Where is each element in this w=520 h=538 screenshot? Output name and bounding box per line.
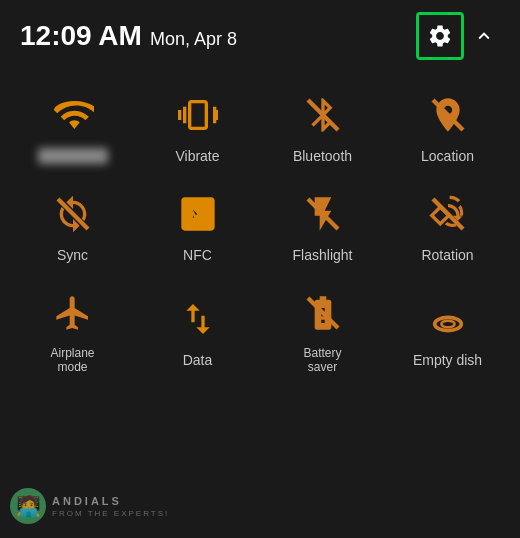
wifi-label-blurred (38, 148, 108, 164)
vibrate-label: Vibrate (175, 148, 219, 165)
svg-text:N: N (186, 202, 202, 227)
watermark: 🧑‍💻 ANDIALS FROM THE EXPERTS! (0, 488, 520, 538)
bluetooth-icon (298, 90, 348, 140)
quick-tiles-grid: Vibrate Bluetooth Location (0, 68, 520, 386)
header-actions (416, 12, 500, 60)
rotation-icon (423, 189, 473, 239)
data-label: Data (183, 352, 213, 369)
tile-flashlight[interactable]: Flashlight (260, 177, 385, 276)
airplane-icon (48, 288, 98, 338)
gear-icon (427, 23, 453, 49)
nfc-label: NFC (183, 247, 212, 264)
tile-wifi[interactable] (10, 78, 135, 177)
airplane-label: Airplanemode (50, 346, 94, 375)
tile-empty-dish[interactable]: Empty dish (385, 276, 510, 387)
tile-rotation[interactable]: Rotation (385, 177, 510, 276)
svg-point-8 (441, 320, 454, 327)
empty-dish-icon (423, 294, 473, 344)
bluetooth-label: Bluetooth (293, 148, 352, 165)
location-icon (423, 90, 473, 140)
svg-point-7 (434, 317, 461, 330)
time-date: 12:09 AM Mon, Apr 8 (20, 20, 237, 52)
header: 12:09 AM Mon, Apr 8 (0, 0, 520, 68)
tile-airplane[interactable]: Airplanemode (10, 276, 135, 387)
tile-battery-saver[interactable]: Batterysaver (260, 276, 385, 387)
battery-saver-icon (298, 288, 348, 338)
wifi-icon (48, 90, 98, 140)
flashlight-label: Flashlight (293, 247, 353, 264)
tile-sync[interactable]: Sync (10, 177, 135, 276)
sync-label: Sync (57, 247, 88, 264)
watermark-avatar: 🧑‍💻 (10, 488, 46, 524)
tile-vibrate[interactable]: Vibrate (135, 78, 260, 177)
location-label: Location (421, 148, 474, 165)
battery-saver-label: Batterysaver (303, 346, 341, 375)
time-display: 12:09 AM (20, 20, 142, 52)
chevron-up-icon (473, 25, 495, 47)
tile-bluetooth[interactable]: Bluetooth (260, 78, 385, 177)
tile-data[interactable]: Data (135, 276, 260, 387)
watermark-brand-top: ANDIALS (52, 495, 169, 507)
wifi-icon-svg (52, 94, 94, 136)
flashlight-icon (298, 189, 348, 239)
data-icon (173, 294, 223, 344)
tile-location[interactable]: Location (385, 78, 510, 177)
tile-nfc[interactable]: N NFC (135, 177, 260, 276)
date-display: Mon, Apr 8 (150, 29, 237, 50)
vibrate-icon (173, 90, 223, 140)
empty-dish-label: Empty dish (413, 352, 482, 369)
rotation-label: Rotation (421, 247, 473, 264)
watermark-brand-bottom: FROM THE EXPERTS! (52, 509, 169, 518)
settings-button[interactable] (416, 12, 464, 60)
nfc-icon: N (173, 189, 223, 239)
collapse-button[interactable] (468, 12, 500, 60)
sync-icon (48, 189, 98, 239)
